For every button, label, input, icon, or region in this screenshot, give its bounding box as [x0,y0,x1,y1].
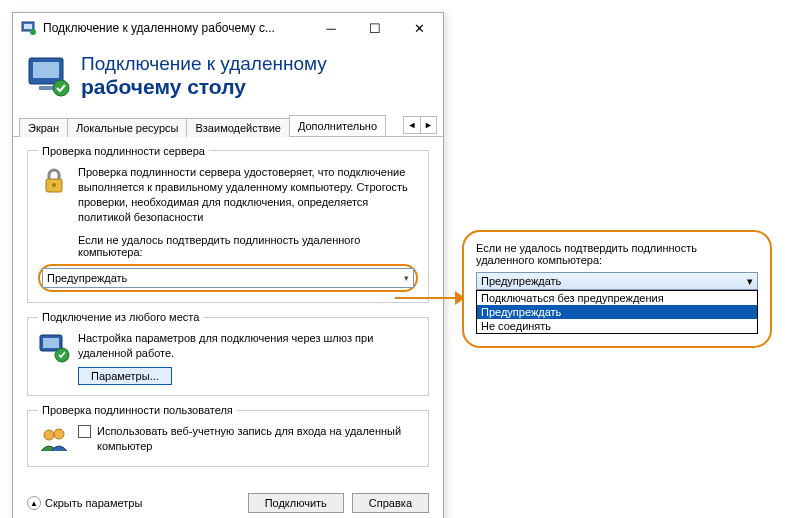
tabs: Экран Локальные ресурсы Взаимодействие Д… [13,113,443,137]
dialog-footer: ▲ Скрыть параметры Подключить Справка [13,485,443,518]
group-legend: Проверка подлинности сервера [38,145,209,157]
rdp-dialog: Подключение к удаленному рабочему с... ─… [12,12,444,518]
combo-highlight: Предупреждать ▾ [38,264,418,292]
header-title-1: Подключение к удаленному [81,53,327,75]
rdp-header-icon [27,54,71,98]
chevron-down-icon: ▾ [747,275,753,288]
tab-scroll-right[interactable]: ► [420,117,436,133]
group-legend: Проверка подлинности пользователя [38,404,237,416]
lock-icon [38,165,70,197]
svg-point-13 [54,429,64,439]
dropdown-option-selected[interactable]: Предупреждать [477,305,757,319]
callout-combo[interactable]: Предупреждать ▾ [476,272,758,290]
svg-rect-5 [39,86,53,90]
tab-scroll: ◄ ► [403,116,437,134]
gateway-settings-button[interactable]: Параметры... [78,367,172,385]
web-account-checkbox[interactable] [78,425,91,438]
svg-point-2 [30,29,36,35]
combo-value: Предупреждать [47,272,127,284]
dialog-header: Подключение к удаленному рабочему столу [13,43,443,113]
combo-value: Предупреждать [481,275,561,287]
dropdown-option[interactable]: Не соединять [477,319,757,333]
chevron-up-icon: ▲ [27,496,41,510]
server-auth-desc: Проверка подлинности сервера удостоверяе… [78,165,418,224]
group-connect-anywhere: Подключение из любого места Настройка па… [27,311,429,396]
hide-params-label: Скрыть параметры [45,497,142,509]
auth-fail-combo[interactable]: Предупреждать ▾ [42,268,414,288]
hide-params-link[interactable]: ▲ Скрыть параметры [27,496,142,510]
web-account-label: Использовать веб-учетную запись для вход… [97,424,418,454]
svg-rect-10 [43,338,59,348]
svg-point-8 [52,183,56,187]
maximize-button[interactable]: ☐ [353,14,397,42]
svg-rect-1 [24,24,32,29]
minimize-button[interactable]: ─ [309,14,353,42]
tab-experience[interactable]: Взаимодействие [186,118,289,137]
svg-point-12 [44,430,54,440]
server-auth-prompt: Если не удалось подтвердить подлинность … [78,234,418,258]
group-user-auth: Проверка подлинности пользователя Исполь… [27,404,429,467]
dropdown-list: Подключаться без предупреждения Предупре… [476,290,758,334]
chevron-down-icon: ▾ [404,273,409,283]
tab-local-resources[interactable]: Локальные ресурсы [67,118,187,137]
svg-rect-4 [33,62,59,78]
close-button[interactable]: ✕ [397,14,441,42]
callout-prompt: Если не удалось подтвердить подлинность … [476,242,758,266]
tab-screen[interactable]: Экран [19,118,68,137]
tab-pane-advanced: Проверка подлинности сервера Проверка по… [13,137,443,485]
tab-scroll-left[interactable]: ◄ [404,117,420,133]
group-legend: Подключение из любого места [38,311,203,323]
gateway-icon [38,331,70,363]
svg-point-6 [53,80,69,96]
connect-button[interactable]: Подключить [248,493,344,513]
dropdown-callout: Если не удалось подтвердить подлинность … [462,230,772,348]
callout-arrow-line [395,297,461,299]
group-server-auth: Проверка подлинности сервера Проверка по… [27,145,429,303]
app-icon [21,20,37,36]
dropdown-option[interactable]: Подключаться без предупреждения [477,291,757,305]
anywhere-desc: Настройка параметров для подключения чер… [78,331,418,361]
header-title-2: рабочему столу [81,75,327,99]
tab-advanced[interactable]: Дополнительно [289,115,386,136]
users-icon [38,424,70,456]
window-title: Подключение к удаленному рабочему с... [43,21,309,35]
help-button[interactable]: Справка [352,493,429,513]
titlebar: Подключение к удаленному рабочему с... ─… [13,13,443,43]
